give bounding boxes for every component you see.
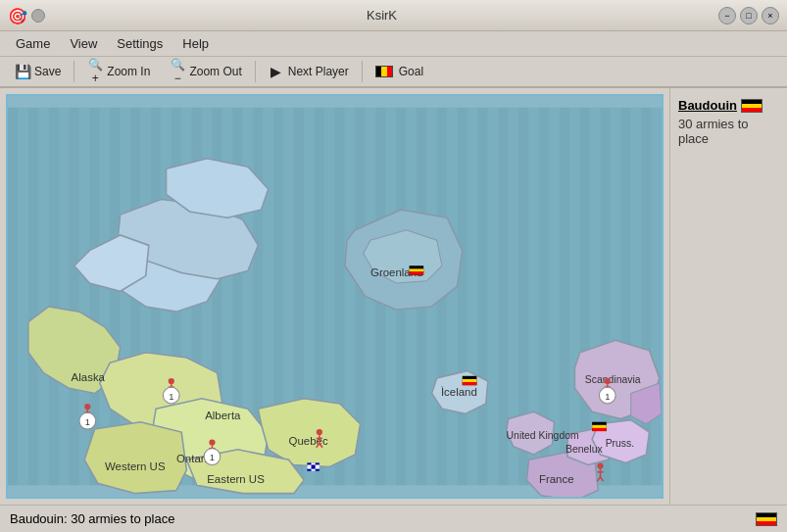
side-panel: Baudouin 30 armies to place xyxy=(669,88,787,505)
svg-point-48 xyxy=(605,378,611,384)
titlebar: 🎯 KsirK − □ × xyxy=(0,0,787,31)
svg-text:France: France xyxy=(539,473,574,485)
status-text: Baudouin: 30 armies to place xyxy=(10,511,174,526)
goal-flag-icon xyxy=(375,66,393,77)
svg-rect-40 xyxy=(463,379,477,382)
svg-rect-35 xyxy=(312,464,316,468)
player-flag xyxy=(741,99,762,113)
svg-point-22 xyxy=(169,378,174,384)
svg-point-17 xyxy=(84,404,90,410)
status-flag xyxy=(756,512,777,526)
player-info: Baudouin 30 armies to place xyxy=(678,98,779,146)
svg-text:1: 1 xyxy=(210,453,215,462)
svg-text:Scandinavia: Scandinavia xyxy=(585,374,641,385)
window-title: KsirK xyxy=(45,8,718,23)
svg-text:1: 1 xyxy=(605,392,610,402)
separator-2 xyxy=(255,61,256,82)
maximize-button[interactable]: □ xyxy=(740,7,758,24)
armies-count: 30 armies to place xyxy=(678,117,779,146)
zoom-in-icon: 🔍+ xyxy=(87,64,103,79)
minimize-button[interactable]: − xyxy=(718,7,736,24)
svg-text:Eastern US: Eastern US xyxy=(207,473,265,485)
svg-text:United Kingdom: United Kingdom xyxy=(507,430,579,441)
menu-help[interactable]: Help xyxy=(174,34,217,53)
next-player-label: Next Player xyxy=(288,65,349,78)
next-player-icon: ▶ xyxy=(269,64,284,79)
goal-button[interactable]: Goal xyxy=(367,61,432,82)
svg-point-27 xyxy=(209,439,215,445)
statusbar: Baudouin: 30 armies to place xyxy=(0,505,787,532)
close-button-right[interactable]: × xyxy=(762,7,779,24)
svg-text:1: 1 xyxy=(169,392,173,402)
svg-rect-43 xyxy=(592,425,607,428)
menu-view[interactable]: View xyxy=(62,34,105,53)
main-area: Alaska Alberta Ontario Quebec Western US… xyxy=(0,88,787,505)
svg-point-53 xyxy=(597,462,603,468)
zoom-out-button[interactable]: 🔍− Zoom Out xyxy=(161,60,250,83)
map-container[interactable]: Alaska Alberta Ontario Quebec Western US… xyxy=(6,94,664,499)
svg-text:Alaska: Alaska xyxy=(72,371,106,383)
zoom-out-icon: 🔍− xyxy=(170,64,185,79)
svg-text:Ìceland: Ìceland xyxy=(441,386,477,398)
zoom-out-label: Zoom Out xyxy=(189,65,241,78)
svg-text:Quebec: Quebec xyxy=(289,435,328,447)
player-name: Baudouin xyxy=(678,98,779,113)
player-name-text: Baudouin xyxy=(678,98,737,113)
separator-1 xyxy=(74,61,74,82)
svg-text:Benelux: Benelux xyxy=(566,444,603,455)
zoom-in-button[interactable]: 🔍+ Zoom In xyxy=(78,60,159,83)
svg-text:1: 1 xyxy=(85,417,90,427)
svg-rect-38 xyxy=(410,271,424,274)
menubar: Game View Settings Help xyxy=(0,31,787,57)
svg-text:Western US: Western US xyxy=(105,460,166,472)
menu-settings[interactable]: Settings xyxy=(109,34,171,53)
close-button[interactable] xyxy=(31,9,45,23)
svg-point-66 xyxy=(317,429,322,435)
svg-text:Alberta: Alberta xyxy=(205,410,241,421)
save-label: Save xyxy=(34,65,61,78)
menu-game[interactable]: Game xyxy=(8,34,58,53)
goal-label: Goal xyxy=(399,65,423,78)
svg-text:Pruss.: Pruss. xyxy=(606,438,635,449)
next-player-button[interactable]: ▶ Next Player xyxy=(260,60,358,83)
titlebar-left: 🎯 xyxy=(8,7,45,24)
save-button[interactable]: 💾 Save xyxy=(6,60,70,83)
map-svg: Alaska Alberta Ontario Quebec Western US… xyxy=(8,96,662,497)
zoom-in-label: Zoom In xyxy=(107,65,150,78)
separator-3 xyxy=(362,61,363,82)
svg-rect-37 xyxy=(410,268,424,271)
svg-rect-44 xyxy=(592,428,607,431)
app-icon: 🎯 xyxy=(8,7,25,24)
window-controls: − □ × xyxy=(718,7,779,24)
toolbar: 💾 Save 🔍+ Zoom In 🔍− Zoom Out ▶ Next Pla… xyxy=(0,57,787,88)
svg-rect-41 xyxy=(463,382,477,385)
save-icon: 💾 xyxy=(15,64,30,79)
